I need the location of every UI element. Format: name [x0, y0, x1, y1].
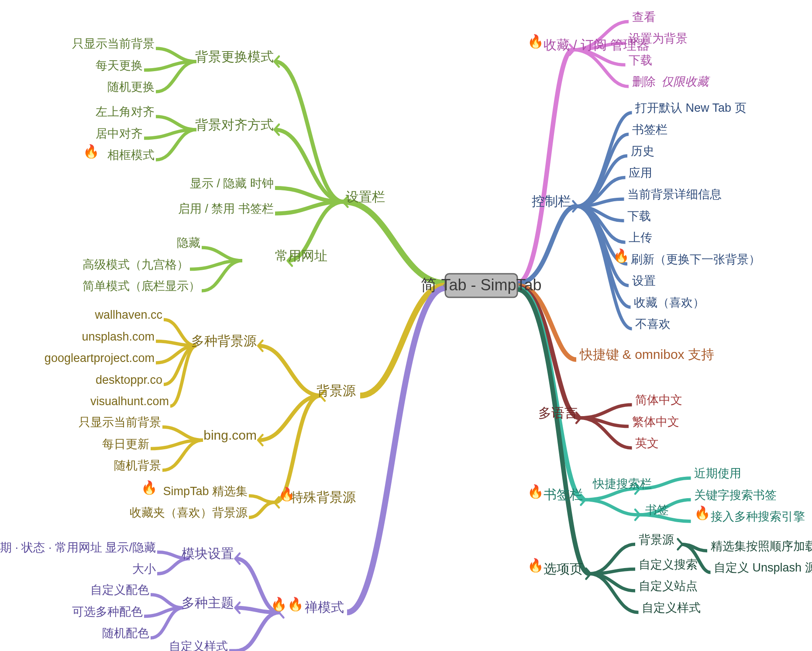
leaf[interactable]: 自定义样式	[642, 601, 701, 614]
leaf[interactable]: 查看	[632, 10, 656, 24]
delete-note: 仅限收藏	[661, 75, 710, 88]
mindmap-canvas: 简 Tab - SimpTab 设置栏 背景更换模式 只显示当前背景 每天更换 …	[0, 0, 812, 651]
node-options-bgsource[interactable]: 背景源	[639, 533, 674, 546]
leaf[interactable]: 高级模式（九宫格）	[83, 258, 189, 271]
leaf[interactable]: 相框模式	[107, 148, 155, 162]
leaf[interactable]: 随机更换	[107, 80, 155, 93]
leaf[interactable]: 精选集按照顺序加载	[711, 540, 812, 553]
leaf[interactable]: 删除 仅限收藏	[632, 75, 711, 88]
leaf[interactable]: 可选多种配色	[72, 605, 143, 618]
fire-icon: 🔥	[83, 144, 100, 159]
leaf[interactable]: 每天更换	[96, 59, 143, 72]
leaf[interactable]: 上传	[629, 231, 652, 244]
leaf[interactable]: 每日更新	[102, 437, 149, 451]
node-bookmark-branch[interactable]: 书签	[645, 503, 669, 517]
leaf[interactable]: 设置	[632, 274, 656, 287]
leaf[interactable]: 自定义 Unsplash 源	[714, 561, 812, 574]
node-common-sites[interactable]: 常用网址	[275, 248, 327, 263]
node-module-settings[interactable]: 模块设置	[182, 546, 234, 561]
leaf[interactable]: 书签栏	[632, 123, 667, 136]
node-options[interactable]: 选项页	[544, 561, 583, 576]
leaf[interactable]: 下载	[629, 54, 652, 67]
node-special-bg[interactable]: 特殊背景源	[290, 490, 356, 504]
leaf[interactable]: 接入多种搜索引擎	[711, 510, 805, 523]
leaf[interactable]: 随机背景	[114, 459, 161, 472]
fire-icon: 🔥	[527, 558, 544, 573]
leaf[interactable]: 打开默认 New Tab 页	[635, 101, 747, 114]
leaf[interactable]: 下载	[627, 210, 651, 223]
leaf[interactable]: 自定义搜索	[639, 558, 698, 571]
node-control-bar[interactable]: 控制栏	[532, 194, 571, 208]
leaf[interactable]: 自定义配色	[90, 583, 149, 596]
leaf[interactable]: 显示 / 隐藏 时钟	[190, 177, 274, 190]
leaf[interactable]: 大小	[132, 562, 156, 575]
leaf[interactable]: 简体中文	[635, 393, 682, 406]
leaf[interactable]: 时间 · 日期 · 状态 · 常用网址 显示/隐藏	[0, 541, 156, 554]
node-multi-bg[interactable]: 多种背景源	[191, 334, 257, 348]
leaf[interactable]: 不喜欢	[635, 317, 671, 331]
leaf[interactable]: 应用	[629, 166, 652, 179]
leaf[interactable]: 刷新（更换下一张背景）	[631, 253, 760, 266]
node-themes[interactable]: 多种主题	[182, 596, 234, 610]
node-bookmarks[interactable]: 书签栏	[544, 487, 583, 502]
leaf[interactable]: 自定义样式	[169, 640, 228, 651]
leaf[interactable]: 只显示当前背景	[72, 37, 155, 50]
node-bing[interactable]: bing.com	[203, 428, 257, 442]
fire-icon: 🔥	[527, 484, 544, 499]
fire-icon: 🔥	[271, 596, 287, 612]
leaf[interactable]: 关键字搜索书签	[694, 489, 777, 502]
node-shortcuts[interactable]: 快捷键 & omnibox 支持	[579, 347, 714, 362]
leaf[interactable]: 收藏夹（喜欢）背景源	[130, 506, 248, 519]
leaf[interactable]: 只显示当前背景	[79, 416, 161, 429]
leaf[interactable]: 设置为背景	[629, 32, 688, 45]
fire-icon: 🔥	[287, 596, 304, 612]
node-zen[interactable]: 禅模式	[305, 600, 344, 614]
node-bg-change-mode[interactable]: 背景更换模式	[195, 49, 274, 64]
fire-icon: 🔥	[527, 34, 544, 49]
leaf[interactable]: desktoppr.co	[96, 373, 162, 386]
leaf[interactable]: 随机配色	[102, 627, 149, 640]
fire-icon: 🔥	[141, 480, 158, 496]
leaf[interactable]: 英文	[635, 437, 659, 450]
leaf[interactable]: 自定义站点	[639, 579, 698, 592]
root-node[interactable]: 简 Tab - SimpTab	[421, 274, 541, 297]
leaf[interactable]: 隐藏	[177, 236, 200, 249]
leaf[interactable]: 简单模式（底栏显示）	[83, 279, 200, 293]
fire-icon: 🔥	[613, 248, 630, 264]
leaf[interactable]: 左上角对齐	[96, 105, 155, 118]
node-bg-align[interactable]: 背景对齐方式	[195, 117, 274, 132]
leaf[interactable]: wallhaven.cc	[94, 308, 162, 321]
leaf[interactable]: 历史	[631, 145, 654, 158]
node-bg-source[interactable]: 背景源	[317, 383, 356, 398]
leaf[interactable]: 繁体中文	[632, 415, 679, 428]
fire-icon: 🔥	[694, 505, 711, 521]
leaf[interactable]: SimpTab 精选集	[163, 485, 248, 498]
leaf[interactable]: visualhunt.com	[90, 395, 169, 408]
node-quick-search[interactable]: 快捷搜索栏	[592, 477, 652, 490]
leaf[interactable]: 近期使用	[694, 467, 741, 480]
root-label: 简 Tab - SimpTab	[421, 276, 541, 294]
leaf[interactable]: googleartproject.com	[45, 351, 155, 365]
node-language[interactable]: 多语言	[538, 406, 578, 420]
leaf[interactable]: 启用 / 禁用 书签栏	[178, 202, 274, 215]
leaf[interactable]: 收藏（喜欢）	[634, 296, 705, 309]
leaf[interactable]: 当前背景详细信息	[627, 188, 722, 201]
node-settings[interactable]: 设置栏	[346, 189, 385, 204]
leaf[interactable]: 居中对齐	[96, 127, 143, 140]
fire-icon: 🔥	[279, 486, 295, 502]
leaf[interactable]: unsplash.com	[82, 330, 155, 343]
